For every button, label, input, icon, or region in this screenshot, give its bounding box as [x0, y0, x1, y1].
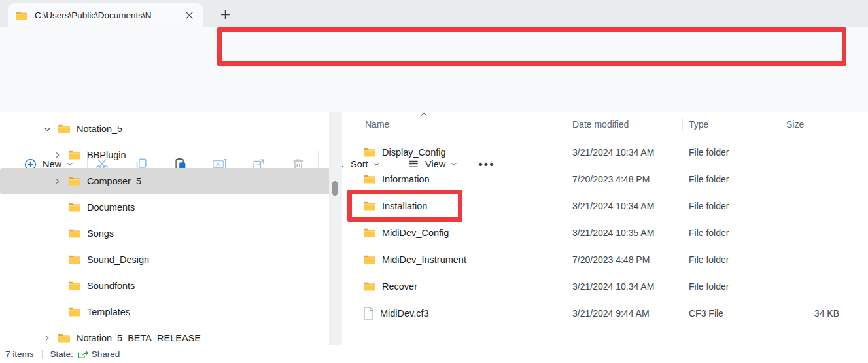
file-row-recover[interactable]: Recover 3/21/2024 10:34 AM File folder — [347, 273, 868, 300]
file-type: File folder — [682, 254, 780, 265]
folder-icon — [68, 202, 81, 213]
folder-icon — [363, 228, 376, 238]
sidebar-item-composer5[interactable]: Composer_5 — [0, 168, 330, 194]
chevron-right-icon[interactable] — [47, 177, 68, 186]
column-header-name[interactable]: Name — [347, 119, 566, 130]
status-divider — [128, 350, 128, 359]
file-date: 3/21/2024 10:34 AM — [566, 201, 682, 211]
folder-icon — [68, 307, 81, 317]
file-row-mididev-config[interactable]: MidiDev_Config 3/21/2024 10:35 AM File f… — [347, 219, 868, 246]
file-type: File folder — [682, 174, 780, 184]
chevron-right-icon[interactable] — [37, 334, 58, 343]
folder-icon — [363, 174, 376, 184]
sidebar-scrollbar-thumb[interactable] — [332, 181, 338, 196]
file-name: MidiDev.cf3 — [380, 308, 429, 319]
file-name: Installation — [382, 201, 427, 211]
column-divider[interactable] — [566, 118, 566, 131]
navigation-bar: This PC Windows (C:) Users Public Public… — [0, 27, 868, 72]
file-type: File folder — [682, 201, 780, 211]
sidebar-item-templates[interactable]: Templates — [0, 299, 330, 325]
file-type: File folder — [682, 281, 780, 292]
file-size: 34 KB — [780, 308, 859, 319]
folder-icon — [68, 228, 81, 239]
sidebar-item-label: Notation_5_BETA_RELEASE — [77, 333, 201, 343]
file-name: MidiDev_Config — [382, 228, 449, 238]
sidebar-item-label: Composer_5 — [87, 176, 141, 186]
folder-icon — [363, 201, 376, 211]
file-row-information[interactable]: Information 7/20/2023 4:48 PM File folde… — [347, 165, 868, 192]
column-divider[interactable] — [682, 118, 683, 131]
sidebar-item-sound-design[interactable]: Sound_Design — [0, 247, 330, 273]
navigation-pane: Notation_5 BBPlugin Composer_5 Documents… — [0, 116, 330, 351]
sidebar-item-label: Songs — [87, 228, 114, 239]
sidebar-item-label: Soundfonts — [87, 281, 135, 291]
column-header-type[interactable]: Type — [682, 119, 780, 130]
chevron-right-icon[interactable] — [47, 150, 68, 160]
new-tab-button[interactable] — [217, 6, 234, 23]
item-count: 7 items — [5, 349, 34, 359]
column-header-size[interactable]: Size — [780, 119, 859, 130]
folder-icon — [363, 254, 376, 265]
file-name: Information — [382, 174, 430, 184]
folder-icon — [363, 147, 376, 158]
folder-icon — [16, 10, 28, 21]
sidebar-item-bbplugin[interactable]: BBPlugin — [0, 142, 330, 168]
file-rows: Display_Config 3/21/2024 10:34 AM File f… — [347, 139, 868, 326]
file-date: 7/20/2023 4:48 PM — [566, 174, 682, 184]
tab-bar: C:\Users\Public\Documents\N — [0, 0, 868, 27]
file-type: File folder — [682, 147, 780, 158]
sidebar-item-soundfonts[interactable]: Soundfonts — [0, 273, 330, 299]
tab-title: C:\Users\Public\Documents\N — [35, 10, 177, 20]
file-date: 3/21/2024 10:34 AM — [566, 281, 682, 292]
folder-icon — [58, 124, 71, 134]
file-name: Recover — [382, 281, 417, 292]
file-date: 3/21/2024 9:44 AM — [566, 308, 682, 319]
column-headers: Name Date modified Type Size — [347, 112, 868, 136]
state-value: Shared — [92, 349, 120, 359]
file-row-mididev-instrument[interactable]: MidiDev_Instrument 7/20/2023 4:48 PM Fil… — [347, 246, 868, 273]
file-row-display-config[interactable]: Display_Config 3/21/2024 10:34 AM File f… — [347, 139, 868, 165]
folder-icon — [363, 281, 376, 292]
folder-icon — [68, 281, 81, 291]
file-type: File folder — [682, 228, 780, 238]
folder-icon — [68, 150, 81, 160]
sidebar-item-songs[interactable]: Songs — [0, 220, 330, 247]
file-row-mididev-cf3[interactable]: MidiDev.cf3 3/21/2024 9:44 AM CF3 File 3… — [347, 300, 868, 326]
sidebar-item-label: BBPlugin — [87, 150, 126, 160]
sidebar-item-notation5[interactable]: Notation_5 — [0, 116, 330, 142]
shared-icon — [77, 349, 88, 360]
sidebar-item-label: Templates — [87, 307, 130, 317]
file-date: 7/20/2023 4:48 PM — [566, 254, 682, 265]
folder-icon — [68, 176, 81, 186]
file-date: 3/21/2024 10:35 AM — [566, 228, 682, 238]
chevron-down-icon[interactable] — [37, 124, 58, 134]
file-date: 3/21/2024 10:34 AM — [566, 147, 682, 158]
sidebar-scrollbar-track[interactable] — [329, 112, 342, 345]
explorer-tab[interactable]: C:\Users\Public\Documents\N — [8, 3, 203, 27]
file-icon — [363, 307, 374, 320]
status-bar: 7 items State: Shared — [0, 345, 868, 363]
status-divider — [42, 350, 43, 359]
column-header-date[interactable]: Date modified — [566, 119, 682, 130]
column-divider[interactable] — [780, 118, 780, 131]
sort-ascending-icon — [421, 112, 427, 117]
file-name: MidiDev_Instrument — [382, 254, 466, 265]
sidebar-item-label: Sound_Design — [87, 254, 149, 265]
state-label: State: — [50, 349, 73, 359]
command-toolbar: New A Sort View ••• — [0, 72, 868, 112]
column-divider[interactable] — [859, 118, 859, 131]
sidebar-item-documents[interactable]: Documents — [0, 194, 330, 220]
folder-icon — [58, 333, 71, 343]
sidebar-item-label: Notation_5 — [77, 124, 122, 134]
file-name: Display_Config — [382, 147, 446, 158]
close-icon[interactable] — [183, 10, 195, 22]
file-row-installation[interactable]: Installation 3/21/2024 10:34 AM File fol… — [347, 192, 868, 219]
sidebar-item-label: Documents — [87, 202, 135, 213]
folder-icon — [68, 254, 81, 265]
file-type: CF3 File — [682, 308, 780, 319]
